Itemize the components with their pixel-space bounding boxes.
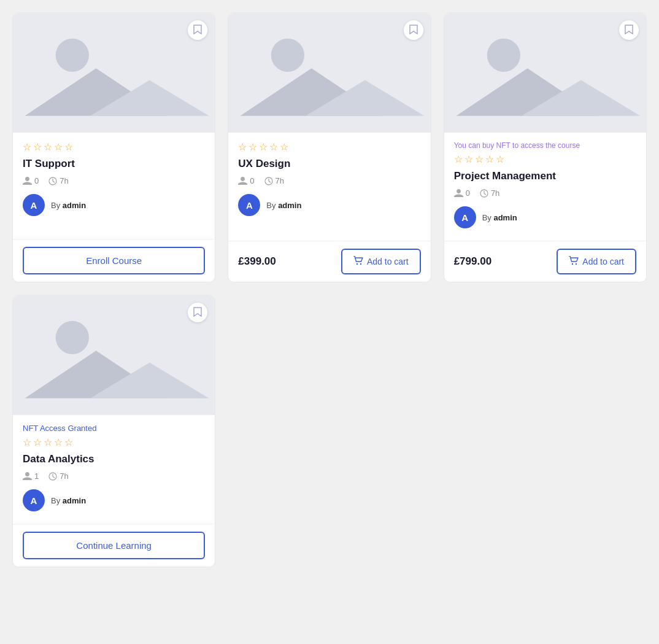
courses-row-2: NFT Access Granted ☆ ☆ ☆ ☆ ☆ Data Analyt… xyxy=(12,295,647,567)
svg-point-20 xyxy=(56,321,89,354)
cart-icon xyxy=(353,256,363,267)
star-1: ☆ xyxy=(23,141,31,153)
avatar: A xyxy=(23,489,45,511)
person-icon xyxy=(23,177,32,185)
bookmark-icon xyxy=(193,25,202,36)
add-to-cart-button[interactable]: Add to cart xyxy=(341,249,421,274)
course-image xyxy=(13,13,215,133)
course-title: Project Management xyxy=(454,170,636,182)
author-label: By admin xyxy=(51,201,86,210)
svg-point-11 xyxy=(360,263,361,265)
course-meta: 0 7h xyxy=(238,176,420,185)
clock-icon xyxy=(48,472,57,481)
course-meta: 0 7h xyxy=(23,176,205,185)
clock-icon xyxy=(48,177,57,185)
students-count: 0 xyxy=(250,176,254,185)
star-1: ☆ xyxy=(23,436,31,448)
author-name: admin xyxy=(63,201,86,210)
students-count: 1 xyxy=(34,471,39,481)
card-footer: Enroll Course xyxy=(13,239,215,282)
students-meta: 1 xyxy=(23,471,39,481)
students-count: 0 xyxy=(466,188,470,198)
duration-meta: 7h xyxy=(480,188,499,198)
course-card-it-support: ☆ ☆ ☆ ☆ ☆ IT Support 0 7h xyxy=(12,12,215,282)
rating-stars: ☆ ☆ ☆ ☆ ☆ xyxy=(23,436,205,448)
enroll-button[interactable]: Enroll Course xyxy=(23,247,205,274)
clock-icon xyxy=(480,189,488,198)
author-row: A By admin xyxy=(454,206,636,228)
person-icon xyxy=(238,177,247,185)
duration: 7h xyxy=(276,176,284,185)
card-body: You can buy NFT to access the course ☆ ☆… xyxy=(444,133,646,241)
card-body: ☆ ☆ ☆ ☆ ☆ IT Support 0 7h xyxy=(13,133,215,239)
course-card-project-management: You can buy NFT to access the course ☆ ☆… xyxy=(444,12,647,282)
author-row: A By admin xyxy=(23,489,205,511)
svg-point-1 xyxy=(56,39,89,72)
rating-stars: ☆ ☆ ☆ ☆ ☆ xyxy=(238,141,420,153)
star-2: ☆ xyxy=(464,153,473,165)
duration-meta: 7h xyxy=(48,176,68,185)
star-4: ☆ xyxy=(54,436,63,448)
duration: 7h xyxy=(60,176,68,185)
bookmark-icon xyxy=(625,25,633,36)
bookmark-button[interactable] xyxy=(619,20,639,40)
svg-point-6 xyxy=(271,39,304,72)
duration: 7h xyxy=(491,188,499,198)
star-2: ☆ xyxy=(33,141,42,153)
course-title: IT Support xyxy=(23,158,205,170)
bookmark-button[interactable] xyxy=(404,20,423,40)
add-to-cart-button[interactable]: Add to cart xyxy=(557,249,636,274)
star-2: ☆ xyxy=(249,141,257,153)
svg-point-10 xyxy=(356,263,358,265)
courses-grid: ☆ ☆ ☆ ☆ ☆ IT Support 0 7h xyxy=(12,12,647,567)
bookmark-icon xyxy=(409,25,418,36)
author-name: admin xyxy=(63,496,86,505)
duration-meta: 7h xyxy=(48,471,68,481)
star-5: ☆ xyxy=(496,153,504,165)
star-1: ☆ xyxy=(238,141,247,153)
author-name: admin xyxy=(493,213,517,222)
empty-cell-2 xyxy=(444,295,647,567)
empty-cell-1 xyxy=(228,295,431,567)
person-icon xyxy=(454,189,463,197)
avatar: A xyxy=(23,194,45,216)
card-body: ☆ ☆ ☆ ☆ ☆ UX Design 0 7h xyxy=(228,133,430,241)
course-card-data-analytics: NFT Access Granted ☆ ☆ ☆ ☆ ☆ Data Analyt… xyxy=(12,295,215,567)
bookmark-icon xyxy=(193,307,202,319)
card-body: NFT Access Granted ☆ ☆ ☆ ☆ ☆ Data Analyt… xyxy=(13,415,215,524)
star-4: ☆ xyxy=(269,141,278,153)
star-4: ☆ xyxy=(485,153,494,165)
students-meta: 0 xyxy=(238,176,254,185)
nft-badge: You can buy NFT to access the course xyxy=(454,141,636,150)
course-meta: 0 7h xyxy=(454,188,636,198)
star-5: ☆ xyxy=(280,141,288,153)
author-label: By admin xyxy=(482,213,517,222)
nft-access-badge: NFT Access Granted xyxy=(23,424,205,433)
star-3: ☆ xyxy=(475,153,484,165)
continue-learning-button[interactable]: Continue Learning xyxy=(23,532,205,559)
course-image xyxy=(228,13,430,133)
author-label: By admin xyxy=(51,496,86,505)
add-to-cart-label: Add to cart xyxy=(367,257,409,266)
course-title: Data Analytics xyxy=(23,453,205,465)
star-1: ☆ xyxy=(454,153,463,165)
star-3: ☆ xyxy=(44,436,52,448)
star-4: ☆ xyxy=(54,141,63,153)
course-title: UX Design xyxy=(238,158,420,170)
person-icon xyxy=(23,472,32,480)
duration-meta: 7h xyxy=(264,176,284,185)
add-to-cart-label: Add to cart xyxy=(582,257,624,266)
cart-icon xyxy=(569,256,579,267)
star-2: ☆ xyxy=(33,436,42,448)
author-label: By admin xyxy=(266,201,301,210)
course-image xyxy=(444,13,646,133)
course-image xyxy=(13,295,215,415)
avatar: A xyxy=(454,206,476,228)
students-count: 0 xyxy=(34,176,39,185)
course-card-ux-design: ☆ ☆ ☆ ☆ ☆ UX Design 0 7h xyxy=(228,12,431,282)
course-meta: 1 7h xyxy=(23,471,205,481)
star-3: ☆ xyxy=(44,141,52,153)
avatar: A xyxy=(238,194,260,216)
card-footer: £399.00 Add to cart xyxy=(228,241,430,282)
clock-icon xyxy=(264,177,273,185)
